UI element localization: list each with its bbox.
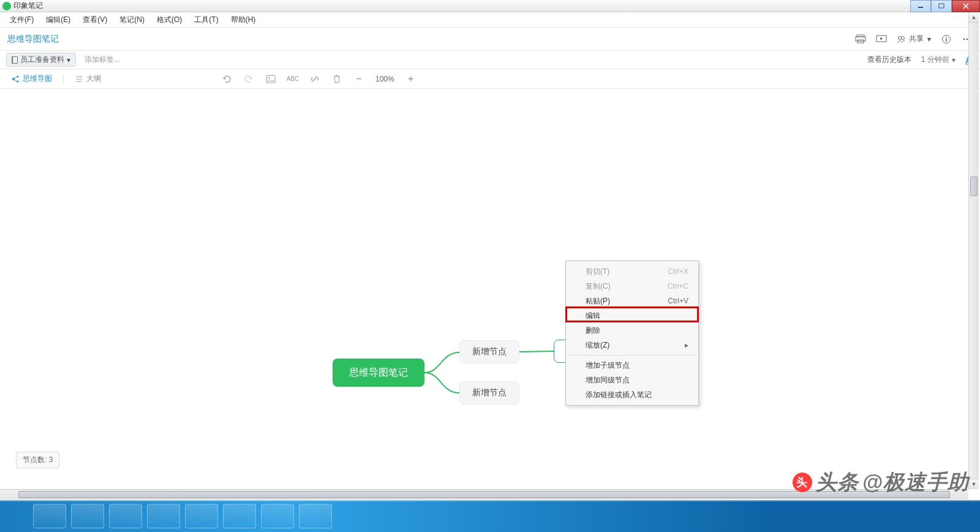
- mindmap-child-node[interactable]: 新增节点: [459, 340, 519, 363]
- ctx-add-child[interactable]: 增加子级节点: [566, 358, 698, 373]
- taskbar-item[interactable]: [147, 504, 180, 528]
- tab-mindmap-label: 思维导图: [23, 74, 52, 84]
- note-header: 思维导图笔记 共享 ▾: [0, 28, 980, 51]
- menu-view[interactable]: 查看(V): [77, 13, 113, 27]
- share-label: 共享: [909, 34, 924, 44]
- svg-point-18: [268, 77, 270, 78]
- caret-down-icon: ▾: [927, 35, 931, 44]
- menu-format[interactable]: 格式(O): [151, 13, 188, 27]
- notebook-name: 员工准备资料: [20, 55, 64, 65]
- notebook-icon: [12, 56, 18, 64]
- add-tag-input[interactable]: 添加标签...: [85, 55, 120, 65]
- time-ago-label: 1 分钟前: [921, 55, 949, 65]
- caret-down-icon: ▾: [67, 56, 70, 64]
- svg-rect-1: [939, 4, 944, 8]
- taskbar-item[interactable]: [223, 504, 256, 528]
- notebook-selector[interactable]: 员工准备资料 ▾: [6, 53, 76, 67]
- svg-rect-0: [918, 7, 923, 8]
- node-count-badge: 节点数: 3: [16, 452, 59, 468]
- ctx-zoom[interactable]: 缩放(Z): [566, 338, 698, 352]
- share-button[interactable]: 共享 ▾: [897, 34, 931, 44]
- taskbar-item[interactable]: [109, 504, 142, 528]
- horizontal-scrollbar[interactable]: [0, 489, 968, 500]
- context-menu: 剪切(T)Ctrl+X 复制(C)Ctrl+C 粘贴(P)Ctrl+V 编辑 删…: [565, 260, 699, 406]
- svg-rect-10: [946, 37, 947, 38]
- note-title[interactable]: 思维导图笔记: [7, 34, 59, 45]
- taskbar-item[interactable]: [71, 504, 104, 528]
- undo-button[interactable]: [221, 74, 232, 85]
- tab-outline-label: 大纲: [86, 74, 101, 84]
- menu-note[interactable]: 笔记(N): [113, 13, 151, 27]
- history-link[interactable]: 查看历史版本: [867, 55, 911, 65]
- info-icon[interactable]: [941, 34, 952, 45]
- present-icon[interactable]: [876, 34, 887, 45]
- zoom-level[interactable]: 100%: [375, 75, 394, 83]
- menu-edit[interactable]: 编辑(E): [40, 13, 77, 27]
- menu-tools[interactable]: 工具(T): [188, 13, 224, 27]
- svg-rect-9: [946, 38, 947, 41]
- mindmap-canvas[interactable]: 思维导图笔记 新增节点 新增节点 新增节点: [12, 89, 968, 489]
- taskbar-item[interactable]: [261, 504, 294, 528]
- ctx-add-link[interactable]: 添加链接或插入笔记: [566, 387, 698, 402]
- app-title: 印象笔记: [13, 1, 43, 11]
- svg-point-6: [899, 36, 902, 39]
- vertical-scrollbar[interactable]: ▲ ▼: [968, 12, 979, 489]
- zoom-out-button[interactable]: −: [353, 74, 364, 85]
- menu-help[interactable]: 帮助(H): [225, 13, 262, 27]
- svg-point-12: [967, 38, 968, 40]
- mindmap-root-node[interactable]: 思维导图笔记: [333, 359, 424, 387]
- taskbar-item[interactable]: [299, 504, 332, 528]
- redo-button[interactable]: [243, 74, 254, 85]
- delete-button[interactable]: [331, 74, 342, 85]
- abc-button[interactable]: ABC: [287, 74, 298, 85]
- outline-icon: [75, 75, 83, 83]
- ctx-copy[interactable]: 复制(C)Ctrl+C: [566, 279, 698, 294]
- scroll-down-icon[interactable]: ▼: [969, 479, 979, 489]
- highlight-annotation: [565, 306, 699, 322]
- editor-toolbar: 思维导图 大纲 ABC − 100% +: [0, 69, 980, 89]
- minimize-button[interactable]: [910, 0, 931, 12]
- app-icon: [2, 2, 11, 10]
- image-button[interactable]: [265, 74, 276, 85]
- zoom-in-button[interactable]: +: [405, 74, 417, 85]
- menu-bar: 文件(F) 编辑(E) 查看(V) 笔记(N) 格式(O) 工具(T) 帮助(H…: [0, 12, 980, 28]
- mindmap-child-node[interactable]: 新增节点: [459, 381, 519, 405]
- tab-outline[interactable]: 大纲: [75, 74, 101, 84]
- caret-down-icon[interactable]: ▾: [952, 56, 956, 64]
- print-icon[interactable]: [855, 34, 866, 45]
- windows-taskbar[interactable]: [0, 500, 980, 532]
- ctx-cut[interactable]: 剪切(T)Ctrl+X: [566, 264, 698, 279]
- taskbar-item[interactable]: [33, 504, 66, 528]
- tab-mindmap[interactable]: 思维导图: [11, 74, 52, 84]
- link-button[interactable]: [309, 74, 320, 85]
- taskbar-item[interactable]: [185, 504, 218, 528]
- maximize-button[interactable]: [931, 0, 952, 12]
- close-button[interactable]: [952, 0, 980, 12]
- mindmap-icon: [11, 75, 20, 83]
- window-titlebar: 印象笔记: [0, 0, 980, 12]
- scroll-up-icon[interactable]: ▲: [969, 12, 979, 23]
- svg-point-7: [902, 36, 905, 39]
- menu-file[interactable]: 文件(F): [4, 13, 40, 27]
- svg-rect-3: [856, 37, 865, 41]
- window-controls: [910, 0, 980, 12]
- svg-point-11: [963, 38, 965, 40]
- ctx-delete[interactable]: 删除: [566, 323, 698, 338]
- ctx-add-sibling[interactable]: 增加同级节点: [566, 373, 698, 387]
- scroll-thumb[interactable]: [970, 177, 978, 196]
- tag-bar: 员工准备资料 ▾ 添加标签... 查看历史版本 1 分钟前 ▾ A: [0, 51, 980, 69]
- scroll-thumb[interactable]: [18, 491, 950, 498]
